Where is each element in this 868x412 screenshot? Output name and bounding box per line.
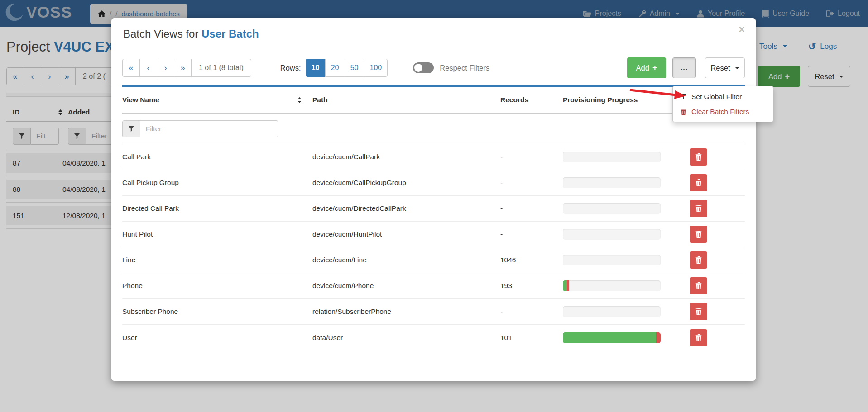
batch-name: User Batch [201,28,259,40]
rows-per-page-selector: 10 20 50 100 [306,59,388,77]
progress-success [563,332,656,343]
path-cell: device/cucm/DirectedCallPark [312,204,500,213]
plus-icon: + [652,63,657,73]
provisioning-progress-bar [563,229,661,240]
last-page-button[interactable]: » [174,59,192,77]
records-cell: - [500,230,563,238]
add-view-button[interactable]: Add+ [627,57,666,78]
records-cell: - [500,179,563,187]
path-cell: data/User [312,334,500,342]
view-name-cell: Directed Call Park [122,204,312,213]
rows-option-10[interactable]: 10 [306,59,326,77]
modal-pagination: « ‹ › » 1 of 1 (8 total) [122,59,251,77]
view-name-cell: Call Pickup Group [122,179,312,187]
table-row: Line device/cucm/Line 1046 [122,247,745,273]
menu-item-clear-batch-filters[interactable]: Clear Batch Filters [673,104,773,119]
delete-view-button[interactable] [690,174,707,191]
view-name-cell: Line [122,256,312,264]
rows-option-100[interactable]: 100 [364,59,388,77]
delete-view-button[interactable] [690,200,707,217]
progress-success [563,280,567,291]
delete-view-button[interactable] [690,148,707,166]
table-row: Phone device/cucm/Phone 193 [122,273,745,299]
table-row: User data/User 101 [122,325,745,350]
provisioning-progress-bar [563,203,661,214]
view-name-filter-input[interactable] [140,120,278,137]
app-root: VOSS / / dashboard-batches Projects Admi… [0,0,868,412]
delete-view-button[interactable] [690,303,707,320]
provisioning-progress-bar [563,177,661,188]
respect-filters-toggle[interactable] [413,62,434,73]
provisioning-progress-bar [563,255,661,265]
view-name-cell: Phone [122,282,312,290]
records-cell: - [500,308,563,316]
modal-header: Batch Views for User Batch × [111,18,756,49]
rows-option-20[interactable]: 20 [325,59,345,77]
caret-down-icon [735,67,739,69]
records-cell: 101 [500,334,563,342]
respect-filters-label: Respect Filters [440,64,489,72]
delete-view-button[interactable] [690,277,707,294]
provisioning-progress-bar [563,280,661,291]
first-page-button[interactable]: « [122,59,140,77]
provisioning-progress-bar [563,332,661,343]
view-name-cell: Call Park [122,153,312,161]
batch-views-table: View Name Path Records Provisioning Prog… [122,87,745,350]
trash-icon [681,109,686,115]
more-actions-button[interactable]: ... [672,57,696,78]
menu-item-label: Set Global Filter [691,93,742,101]
column-header-view-name[interactable]: View Name [122,96,159,104]
rows-option-50[interactable]: 50 [345,59,364,77]
close-icon[interactable]: × [739,24,745,35]
view-name-cell: Subscriber Phone [122,308,312,316]
view-name-cell: User [122,334,312,342]
records-cell: 1046 [500,256,563,264]
delete-view-button[interactable] [690,226,707,243]
prev-page-button[interactable]: ‹ [139,59,157,77]
path-cell: device/cucm/Phone [312,282,500,290]
path-cell: relation/SubscriberPhone [312,308,500,316]
column-header-path[interactable]: Path [312,96,500,104]
records-cell: - [500,153,563,161]
annotation-arrow [628,87,690,102]
provisioning-progress-bar [563,306,661,317]
column-header-records[interactable]: Records [500,96,563,104]
table-row: Hunt Pilot device/cucm/HuntPilot - [122,222,745,247]
menu-item-label: Clear Batch Filters [691,108,749,116]
records-cell: 193 [500,282,563,290]
path-cell: device/cucm/HuntPilot [312,230,500,238]
next-page-button[interactable]: › [157,59,174,77]
table-row: Call Pickup Group device/cucm/CallPickup… [122,170,745,196]
sort-icon[interactable] [297,97,302,103]
progress-danger [567,280,569,291]
table-row: Directed Call Park device/cucm/DirectedC… [122,196,745,222]
records-cell: - [500,204,563,213]
reset-button[interactable]: Reset [705,57,745,78]
table-row: Call Park device/cucm/CallPark - [122,144,745,170]
delete-view-button[interactable] [690,251,707,269]
delete-view-button[interactable] [690,329,707,346]
rows-label: Rows: [280,64,301,72]
path-cell: device/cucm/CallPickupGroup [312,179,500,187]
modal-table-body: Call Park device/cucm/CallPark - Call Pi… [122,144,745,350]
path-cell: device/cucm/CallPark [312,153,500,161]
filter-funnel-button[interactable] [122,120,140,137]
toggle-knob [414,64,422,72]
path-cell: device/cucm/Line [312,256,500,264]
modal-title: Batch Views for User Batch [123,28,744,40]
view-name-cell: Hunt Pilot [122,230,312,238]
table-filter-row [122,114,745,144]
provisioning-progress-bar [563,152,661,162]
batch-views-modal: Batch Views for User Batch × « ‹ › » 1 o… [111,18,756,381]
table-row: Subscriber Phone relation/SubscriberPhon… [122,299,745,325]
progress-danger [656,332,661,343]
page-status: 1 of 1 (8 total) [191,59,251,77]
modal-toolbar: « ‹ › » 1 of 1 (8 total) Rows: 10 20 50 … [122,57,745,78]
